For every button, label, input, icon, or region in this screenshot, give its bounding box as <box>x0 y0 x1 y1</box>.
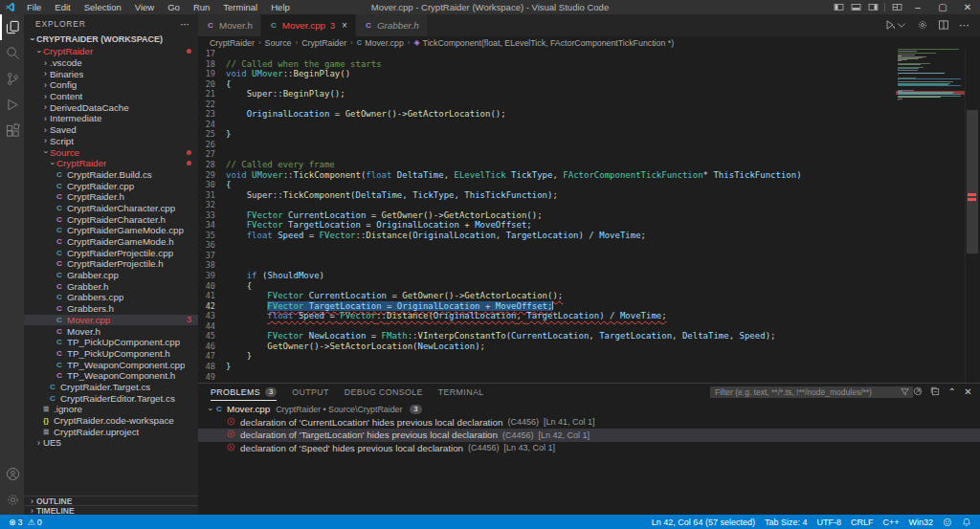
tree-item-mover-cpp[interactable]: CMover.cpp3 <box>24 315 198 326</box>
tree-item-cryptraidereditor-target-cs[interactable]: CCryptRaiderEditor.Target.cs <box>24 392 198 404</box>
code-line-43[interactable]: 43 float Speed = FVector::Distance(Origi… <box>198 311 894 321</box>
tree-item-tp-weaponcomponent-h[interactable]: CTP_WeaponComponent.h <box>24 370 198 382</box>
breadcrumb-item-mover-cpp[interactable]: CMover.cpp <box>357 38 404 48</box>
code-line-25[interactable]: 25} <box>198 129 894 140</box>
code-line-42[interactable]: 42 FVector TargetLocation = OriginalLoca… <box>198 301 894 312</box>
notifications-bell-icon[interactable] <box>957 518 976 527</box>
feedback-icon[interactable] <box>938 518 957 527</box>
tree-item-source[interactable]: ›Source <box>24 146 198 158</box>
status-language-mode[interactable]: C++ <box>878 518 903 527</box>
run-cpp-file-button[interactable] <box>884 17 907 34</box>
code-line-24[interactable]: 24 <box>198 120 894 130</box>
timeline-section[interactable]: › TIMELINE <box>24 505 198 515</box>
problems-filter-input[interactable] <box>711 387 901 397</box>
tree-item-cryptraider[interactable]: ›CryptRaider <box>24 46 198 57</box>
tree-item-grabber-cpp[interactable]: CGrabber.cpp <box>24 270 198 281</box>
code-line-46[interactable]: 46 GetOwner()->SetActorLocation(NewLocat… <box>198 342 894 352</box>
explorer-more-actions-icon[interactable]: ⋯ <box>180 19 190 30</box>
toggle-secondary-sidebar-icon[interactable] <box>864 0 881 14</box>
code-line-21[interactable]: 21 Super::BeginPlay(); <box>198 89 894 99</box>
code-line-33[interactable]: 33 FVector CurrentLocation = GetOwner()-… <box>198 210 894 221</box>
code-line-20[interactable]: 20{ <box>198 79 894 90</box>
tree-item-tp-pickupcomponent-cpp[interactable]: CTP_PickUpComponent.cpp <box>24 337 198 348</box>
activity-search-icon[interactable] <box>0 40 24 66</box>
code-line-18[interactable]: 18// Called when the game starts <box>198 59 894 70</box>
code-line-30[interactable]: 30{ <box>198 180 894 190</box>
activity-source-control-icon[interactable] <box>0 66 24 92</box>
view-as-table-icon[interactable] <box>913 386 923 398</box>
code-line-40[interactable]: 40 { <box>198 281 894 292</box>
tree-item-vscode[interactable]: ›.vscode <box>24 57 198 69</box>
tree-item-deriveddatacache[interactable]: ›DerivedDataCache <box>24 101 198 113</box>
problem-row-2[interactable]: declaration of 'TargetLocation' hides pr… <box>198 429 980 442</box>
problems-file-group[interactable]: ›CMover.cppCryptRaider • Source\CryptRai… <box>198 403 980 416</box>
tree-item-cryptraider-target-cs[interactable]: CCryptRaider.Target.cs <box>24 382 198 393</box>
tree-item-tp-pickupcomponent-h[interactable]: CTP_PickUpComponent.h <box>24 348 198 360</box>
code-line-38[interactable]: 38 <box>198 260 894 271</box>
tree-item-cryptraidercharacter-h[interactable]: CCryptRaiderCharacter.h <box>24 213 198 225</box>
menu-help[interactable]: Help <box>264 0 297 14</box>
tree-item-grabbers-cpp[interactable]: CGrabbers.cpp <box>24 292 198 303</box>
tree-item-tp-weaponcomponent-cpp[interactable]: CTP_WeaponComponent.cpp <box>24 359 198 370</box>
status-eol[interactable]: CRLF <box>846 518 879 527</box>
code-line-23[interactable]: 23 OriginalLocation = GetOwner()->GetAct… <box>198 109 894 120</box>
tree-item-config[interactable]: ›Config <box>24 79 198 91</box>
toggle-panel-icon[interactable] <box>847 0 864 14</box>
customize-layout-icon[interactable] <box>888 0 905 14</box>
code-line-28[interactable]: 28// Called every frame <box>198 160 894 170</box>
tree-item-cryptraider-uproject[interactable]: ≣CryptRaider.uproject <box>24 426 198 437</box>
more-actions-icon[interactable]: ⋯ <box>959 19 970 32</box>
activity-extensions-icon[interactable] <box>0 118 24 143</box>
gear-icon[interactable] <box>917 17 928 34</box>
tree-item-cryptraiderprojectile-h[interactable]: CCryptRaiderProjectile.h <box>24 258 198 270</box>
minimize-button[interactable]: – <box>905 0 930 14</box>
menu-view[interactable]: View <box>128 0 161 14</box>
accounts-icon[interactable] <box>0 461 24 487</box>
breadcrumb-item-source[interactable]: Source <box>265 38 292 48</box>
code-line-32[interactable]: 32 <box>198 200 894 210</box>
settings-gear-icon[interactable] <box>0 487 24 513</box>
code-line-31[interactable]: 31 Super::TickComponent(DeltaTime, TickT… <box>198 190 894 201</box>
code-line-39[interactable]: 39 if (ShouldMove) <box>198 271 894 281</box>
tree-item-grabber-h[interactable]: CGrabber.h <box>24 280 198 292</box>
code-line-37[interactable]: 37 <box>198 251 894 261</box>
panel-tab-output[interactable]: OUTPUT <box>292 384 329 401</box>
status-cursor-position[interactable]: Ln 42, Col 64 (57 selected) <box>647 518 760 527</box>
code-line-41[interactable]: 41 FVector CurrentLocation = GetOwner()-… <box>198 291 894 301</box>
scrollbar-thumb[interactable] <box>967 110 978 253</box>
menu-go[interactable]: Go <box>161 0 187 14</box>
split-editor-icon[interactable] <box>938 17 949 34</box>
menu-file[interactable]: File <box>20 0 48 14</box>
code-line-35[interactable]: 35 float Speed = FVector::Distance(Origi… <box>198 231 894 241</box>
code-line-48[interactable]: 48} <box>198 362 894 372</box>
panel-tab-problems[interactable]: PROBLEMS3 <box>211 384 277 401</box>
close-button[interactable]: ✕ <box>955 0 980 14</box>
panel-tab-terminal[interactable]: TERMINAL <box>438 384 484 401</box>
breadcrumb-item-tickcomponent[interactable]: ◈TickComponent(float, ELevelTick, FActor… <box>413 38 674 48</box>
tab-mover-h[interactable]: CMover.h <box>198 14 261 36</box>
activity-explorer-icon[interactable] <box>0 14 24 40</box>
tree-item-cryptraidergamemode-cpp[interactable]: CCryptRaiderGameMode.cpp <box>24 225 198 236</box>
tree-item-mover-h[interactable]: CMover.h <box>24 325 198 337</box>
tree-item-saved[interactable]: ›Saved <box>24 124 198 136</box>
tree-item-content[interactable]: ›Content <box>24 91 198 102</box>
filter-funnel-icon[interactable] <box>901 387 909 398</box>
restore-button[interactable]: ▢ <box>930 0 955 14</box>
menu-selection[interactable]: Selection <box>78 0 128 14</box>
tree-item-ignore[interactable]: ≣.ignore <box>24 404 198 415</box>
code-line-34[interactable]: 34 FVector TargetLocation = OriginalLoca… <box>198 220 894 231</box>
status-platform[interactable]: Win32 <box>903 518 938 527</box>
tab-grabber-h[interactable]: CGrabber.h <box>356 14 428 36</box>
code-line-47[interactable]: 47 } <box>198 351 894 362</box>
code-line-26[interactable]: 26 <box>198 140 894 150</box>
tree-item-cryptraidercharacter-cpp[interactable]: CCryptRaiderCharacter.cpp <box>24 203 198 214</box>
workspace-root-row[interactable]: › CRYPTRAIDER (WORKSPACE) <box>24 33 198 45</box>
minimap[interactable] <box>896 49 965 164</box>
tree-item-script[interactable]: ›Script <box>24 136 198 147</box>
status-tab-size[interactable]: Tab Size: 4 <box>760 518 813 527</box>
tree-item-intermediate[interactable]: ›Intermediate <box>24 113 198 124</box>
tree-item-binaries[interactable]: ›Binaries <box>24 68 198 79</box>
breadcrumb-item-cryptraider[interactable]: CryptRaider <box>301 38 346 48</box>
code-line-45[interactable]: 45 FVector NewLocation = FMath::VInterpC… <box>198 331 894 342</box>
outline-section[interactable]: › OUTLINE <box>24 496 198 505</box>
